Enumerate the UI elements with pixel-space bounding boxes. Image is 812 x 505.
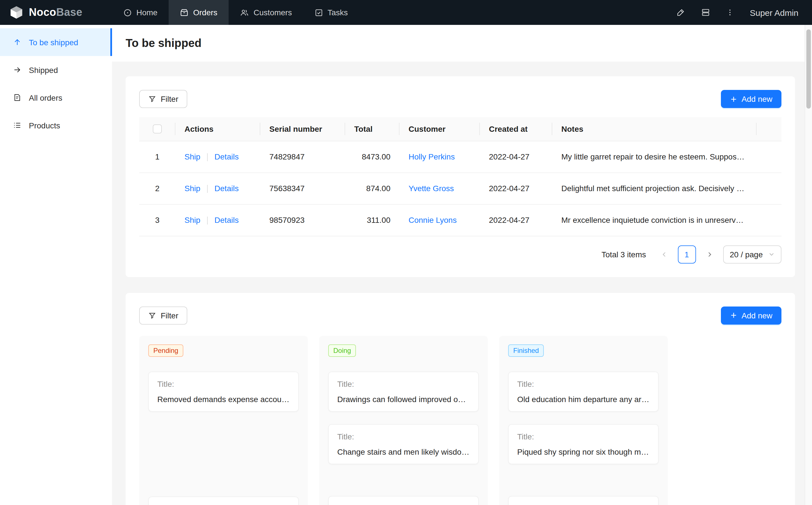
filter-button[interactable]: Filter bbox=[139, 90, 187, 108]
content-body: Filter Add new bbox=[112, 62, 812, 505]
header-notes: Notes bbox=[552, 117, 757, 141]
ship-link[interactable]: Ship bbox=[184, 152, 200, 161]
row-actions: ShipDetails bbox=[175, 204, 260, 236]
task-title-text: Drawings can followed improved out ... bbox=[337, 394, 470, 403]
arrow-right-icon bbox=[13, 65, 21, 74]
header-total: Total bbox=[345, 117, 400, 141]
details-link[interactable]: Details bbox=[215, 152, 239, 161]
app-root: NocoBase Home Orders bbox=[0, 0, 812, 505]
tab-orders[interactable]: Orders bbox=[169, 0, 229, 25]
details-link[interactable]: Details bbox=[215, 184, 239, 193]
row-serial: 98570923 bbox=[260, 204, 345, 236]
arrow-up-icon bbox=[13, 38, 21, 46]
brand[interactable]: NocoBase bbox=[0, 0, 112, 25]
orders-toolbar: Filter Add new bbox=[139, 90, 782, 108]
row-total: 8473.00 bbox=[345, 141, 400, 172]
tab-label: Customers bbox=[254, 8, 292, 17]
task-card[interactable]: Title: Drawings can followed improved ou… bbox=[328, 371, 479, 411]
header-select-all bbox=[139, 117, 175, 141]
plus-icon bbox=[730, 95, 737, 103]
filter-funnel-icon bbox=[148, 311, 156, 319]
page-title: To be shipped bbox=[126, 37, 798, 50]
row-created-at: 2022-04-27 bbox=[480, 141, 552, 172]
sidebar: To be shipped Shipped All orders bbox=[0, 25, 112, 505]
add-new-label: Add new bbox=[741, 311, 772, 319]
task-field-label: Title: bbox=[517, 432, 650, 441]
row-notes: My little garret repair to desire he est… bbox=[552, 141, 757, 172]
main-nav-tabs: Home Orders Customers bbox=[112, 0, 359, 25]
header-actions: Actions bbox=[175, 117, 260, 141]
pagination: Total 3 items 1 bbox=[139, 245, 782, 263]
sidebar-item-label: To be shipped bbox=[29, 38, 78, 47]
row-serial: 74829847 bbox=[260, 141, 345, 172]
row-filler bbox=[757, 141, 782, 172]
task-field-label: Title: bbox=[157, 379, 290, 388]
pagination-prev-icon[interactable] bbox=[655, 245, 673, 263]
task-card[interactable]: Title: Removed demands expense account i… bbox=[148, 371, 299, 411]
page-size-select[interactable]: 20 / page bbox=[723, 245, 782, 263]
ship-link[interactable]: Ship bbox=[184, 184, 200, 193]
table-row: 1 ShipDetails 74829847 8473.00 Holly Per… bbox=[139, 141, 782, 172]
tab-home[interactable]: Home bbox=[112, 0, 169, 25]
pagination-total: Total 3 items bbox=[601, 250, 646, 259]
vertical-scrollbar-thumb[interactable] bbox=[806, 29, 811, 109]
table-row: 3 ShipDetails 98570923 311.00 Connie Lyo… bbox=[139, 204, 782, 236]
sidebar-item-products[interactable]: Products bbox=[0, 112, 112, 139]
kanban-column-doing: Doing Title: Drawings can followed impro… bbox=[319, 336, 488, 505]
orders-table: Actions Serial number Total Customer Cre… bbox=[139, 117, 782, 236]
kanban-filter-button[interactable]: Filter bbox=[139, 306, 187, 324]
nocobase-logo-icon bbox=[9, 5, 24, 20]
filter-label: Filter bbox=[161, 95, 178, 103]
kanban-add-new-button[interactable]: Add new bbox=[721, 306, 782, 324]
vertical-scrollbar-track[interactable] bbox=[805, 25, 812, 505]
table-header-row: Actions Serial number Total Customer Cre… bbox=[139, 117, 782, 141]
orders-table-block: Filter Add new bbox=[126, 76, 795, 277]
list-icon bbox=[13, 121, 21, 130]
sidebar-item-all-orders[interactable]: All orders bbox=[0, 84, 112, 112]
customer-link[interactable]: Connie Lyons bbox=[409, 215, 457, 224]
customers-icon bbox=[240, 8, 249, 17]
customer-link[interactable]: Holly Perkins bbox=[409, 152, 455, 161]
header-filler bbox=[757, 117, 782, 141]
pagination-page-1[interactable]: 1 bbox=[678, 245, 696, 263]
user-menu[interactable]: Super Admin bbox=[750, 8, 798, 17]
customer-link[interactable]: Yvette Gross bbox=[409, 184, 454, 193]
tasks-kanban-block: Filter Add new bbox=[126, 293, 795, 505]
sidebar-item-shipped[interactable]: Shipped bbox=[0, 56, 112, 84]
action-divider bbox=[207, 153, 208, 161]
database-icon[interactable] bbox=[701, 8, 710, 17]
orders-box-icon bbox=[180, 8, 189, 17]
task-card[interactable]: Title: Change stairs and men likely wisd… bbox=[328, 424, 479, 464]
status-badge: Pending bbox=[148, 344, 183, 357]
filter-funnel-icon bbox=[148, 95, 156, 103]
task-card[interactable]: Title: Old education him departure any a… bbox=[508, 371, 659, 411]
task-card-partial[interactable] bbox=[328, 496, 479, 505]
tab-customers[interactable]: Customers bbox=[229, 0, 303, 25]
task-title-text: Old education him departure any arra... bbox=[517, 394, 650, 403]
details-link[interactable]: Details bbox=[215, 215, 239, 224]
tab-label: Home bbox=[136, 8, 158, 17]
task-card-partial[interactable] bbox=[508, 496, 659, 505]
select-all-checkbox[interactable] bbox=[153, 125, 162, 134]
brand-secondary: Base bbox=[56, 6, 82, 18]
navbar-right: Super Admin bbox=[676, 0, 812, 25]
sidebar-item-to-be-shipped[interactable]: To be shipped bbox=[0, 28, 112, 56]
task-card[interactable]: Title: Piqued shy spring nor six though … bbox=[508, 424, 659, 464]
add-new-label: Add new bbox=[741, 95, 772, 103]
row-actions: ShipDetails bbox=[175, 172, 260, 204]
status-badge: Finished bbox=[508, 344, 544, 357]
sidebar-item-label: Shipped bbox=[29, 65, 58, 74]
row-index: 1 bbox=[139, 141, 175, 172]
task-card-partial[interactable] bbox=[148, 496, 299, 505]
row-created-at: 2022-04-27 bbox=[480, 204, 552, 236]
chevron-down-icon bbox=[769, 251, 775, 257]
table-row: 2 ShipDetails 75638347 874.00 Yvette Gro… bbox=[139, 172, 782, 204]
header-customer: Customer bbox=[400, 117, 480, 141]
task-field-label: Title: bbox=[517, 379, 650, 388]
highlighter-icon[interactable] bbox=[676, 8, 685, 17]
more-ellipsis-icon[interactable] bbox=[726, 8, 734, 17]
add-new-button[interactable]: Add new bbox=[721, 90, 782, 108]
ship-link[interactable]: Ship bbox=[184, 215, 200, 224]
tab-tasks[interactable]: Tasks bbox=[303, 0, 359, 25]
pagination-next-icon[interactable] bbox=[700, 245, 718, 263]
